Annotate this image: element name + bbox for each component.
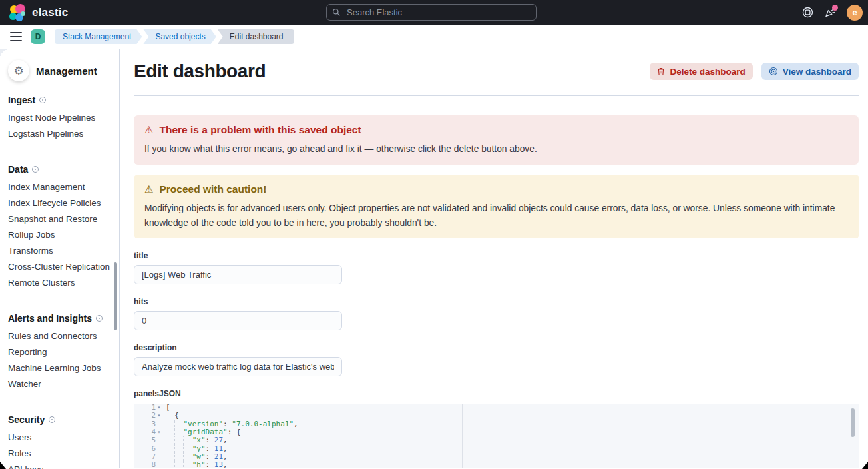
editor-line-number: 1▾ bbox=[134, 404, 164, 412]
breadcrumb-stack-management[interactable]: Stack Management bbox=[55, 29, 142, 44]
eye-icon bbox=[769, 67, 778, 76]
description-field-label: description bbox=[134, 343, 859, 352]
global-search[interactable] bbox=[326, 4, 537, 21]
title-field-label: title bbox=[134, 251, 859, 260]
fold-arrow-icon[interactable]: ▾ bbox=[156, 404, 162, 412]
title-field[interactable] bbox=[134, 265, 342, 284]
print-margin bbox=[462, 404, 463, 468]
sidebar-item-logstash-pipelines[interactable]: Logstash Pipelines bbox=[8, 125, 111, 141]
main-content: Edit dashboard Delete dashboard View das… bbox=[120, 49, 868, 468]
sidebar-scrollbar[interactable] bbox=[114, 262, 117, 330]
editor-line-content[interactable]: { bbox=[164, 412, 179, 420]
search-icon bbox=[332, 8, 341, 17]
warning-icon: ⚠ bbox=[144, 183, 153, 195]
section-info-icon bbox=[49, 416, 55, 423]
description-field[interactable] bbox=[134, 357, 342, 376]
sidebar-item-index-lifecycle-policies[interactable]: Index Lifecycle Policies bbox=[8, 195, 111, 211]
panels-json-editor[interactable]: 1▾[2▾{3"version": "7.0.0-alpha1",4▾"grid… bbox=[134, 404, 859, 468]
alert-icon: ⚠ bbox=[144, 124, 153, 136]
sidebar-item-users[interactable]: Users bbox=[8, 429, 111, 445]
user-avatar[interactable]: e bbox=[847, 5, 863, 21]
editor-line-number: 2▾ bbox=[134, 412, 164, 420]
section-info-icon bbox=[39, 97, 46, 103]
sidebar-item-roles[interactable]: Roles bbox=[8, 445, 111, 461]
hits-field-label: hits bbox=[134, 297, 859, 306]
panels-json-label: panelsJSON bbox=[134, 389, 859, 398]
editor-line-number: 5 bbox=[134, 436, 164, 444]
hits-field[interactable] bbox=[134, 311, 342, 330]
sidebar-section-security: Security bbox=[8, 414, 111, 425]
gear-icon: ⚙ bbox=[8, 60, 29, 81]
delete-dashboard-button[interactable]: Delete dashboard bbox=[650, 63, 752, 80]
sidebar-item-ingest-node-pipelines[interactable]: Ingest Node Pipelines bbox=[8, 109, 111, 125]
top-bar: elastic e bbox=[0, 0, 868, 25]
section-info-icon bbox=[96, 315, 103, 322]
notification-dot bbox=[832, 5, 838, 11]
editor-line-number: 8 bbox=[134, 461, 164, 468]
editor-line-content[interactable]: "h": 13, bbox=[164, 461, 228, 468]
management-sidebar: ⚙ Management IngestIngest Node Pipelines… bbox=[0, 49, 120, 468]
sidebar-item-rules-and-connectors[interactable]: Rules and Connectors bbox=[8, 328, 111, 344]
sidebar-header: ⚙ Management bbox=[8, 60, 111, 81]
sidebar-title: Management bbox=[36, 65, 97, 77]
sidebar-item-rollup-jobs[interactable]: Rollup Jobs bbox=[8, 227, 111, 242]
sidebar-item-reporting[interactable]: Reporting bbox=[8, 344, 111, 360]
menu-icon[interactable] bbox=[5, 27, 27, 46]
sidebar-section-alerts-and-insights: Alerts and Insights bbox=[8, 313, 111, 324]
sidebar-item-remote-clusters[interactable]: Remote Clusters bbox=[8, 274, 111, 290]
sidebar-item-cross-cluster-replication[interactable]: Cross-Cluster Replication bbox=[8, 258, 111, 274]
editor-line-number: 3 bbox=[134, 420, 164, 428]
editor-scrollbar[interactable] bbox=[851, 408, 855, 437]
sidebar-item-index-management[interactable]: Index Management bbox=[8, 179, 111, 195]
editor-line-number: 4▾ bbox=[134, 428, 164, 436]
error-callout: ⚠ There is a problem with this saved obj… bbox=[134, 115, 859, 165]
sidebar-item-api-keys[interactable]: API keys bbox=[8, 461, 111, 469]
sidebar-section-ingest: Ingest bbox=[8, 95, 111, 105]
editor-line-content[interactable]: [ bbox=[164, 404, 170, 412]
search-input[interactable] bbox=[345, 7, 531, 18]
editor-line-number: 6 bbox=[134, 445, 164, 453]
trash-icon bbox=[657, 67, 665, 76]
sidebar-section-data: Data bbox=[8, 164, 111, 175]
breadcrumb-bar: D Stack ManagementSaved objectsEdit dash… bbox=[0, 25, 868, 49]
editor-line-number: 7 bbox=[134, 453, 164, 461]
fold-arrow-icon[interactable]: ▾ bbox=[156, 428, 162, 436]
sidebar-item-transforms[interactable]: Transforms bbox=[8, 242, 111, 258]
view-dashboard-button[interactable]: View dashboard bbox=[761, 63, 859, 80]
newsfeed-icon[interactable] bbox=[824, 7, 836, 19]
sidebar-item-machine-learning-jobs[interactable]: Machine Learning Jobs bbox=[8, 360, 111, 376]
section-info-icon bbox=[32, 166, 39, 173]
breadcrumb-saved-objects[interactable]: Saved objects bbox=[143, 29, 216, 44]
breadcrumb-edit-dashboard: Edit dashboard bbox=[218, 29, 294, 44]
breadcrumb: Stack ManagementSaved objectsEdit dashbo… bbox=[55, 29, 296, 44]
sidebar-item-watcher[interactable]: Watcher bbox=[8, 376, 111, 392]
fold-arrow-icon[interactable]: ▾ bbox=[156, 412, 162, 420]
header-divider bbox=[134, 95, 859, 96]
elastic-logo-icon[interactable] bbox=[9, 4, 27, 21]
editor-line-content[interactable]: "x": 27, bbox=[164, 436, 228, 444]
sidebar-item-snapshot-and-restore[interactable]: Snapshot and Restore bbox=[8, 211, 111, 227]
warning-callout: ⚠ Proceed with caution! Modifying object… bbox=[134, 175, 859, 238]
page-title: Edit dashboard bbox=[134, 61, 266, 82]
help-icon[interactable] bbox=[801, 7, 813, 19]
space-avatar[interactable]: D bbox=[31, 29, 45, 44]
brand-wordmark: elastic bbox=[32, 6, 68, 19]
